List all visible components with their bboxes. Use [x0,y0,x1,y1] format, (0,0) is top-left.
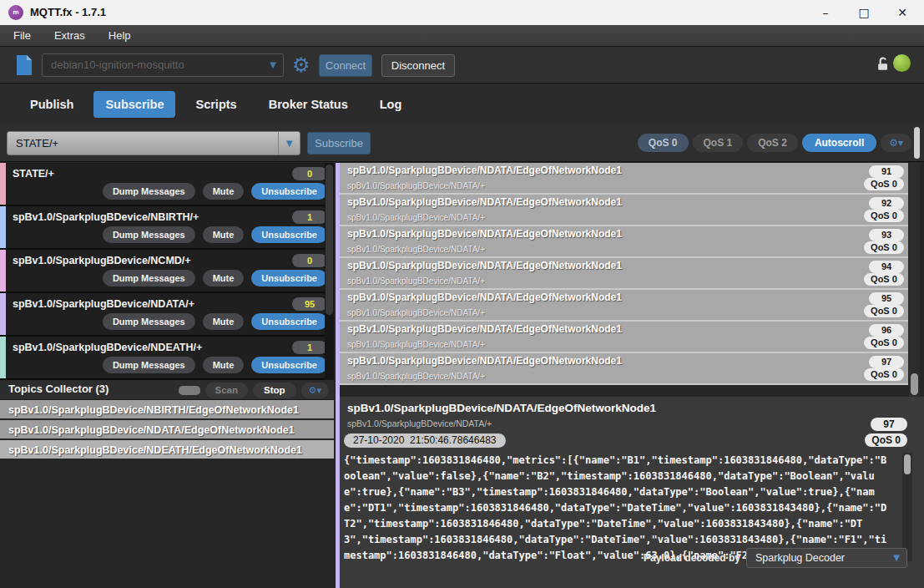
scan-button[interactable]: Scan [205,383,249,398]
message-row[interactable]: spBv1.0/SparkplugBDevice/NDATA/EdgeOfNet… [340,290,908,322]
message-count-badge: 1 [292,341,327,354]
message-count-badge: 95 [292,297,327,311]
message-topic: spBv1.0/SparkplugBDevice/NDATA/EdgeOfNet… [347,355,622,367]
subscription-row[interactable]: spBv1.0/SparkplugBDevice/NDEATH/+ 1 Dump… [0,337,334,380]
chevron-down-icon: ▼ [270,54,276,76]
subscription-color-stripe [0,250,6,291]
scrollbar-thumb[interactable] [326,165,333,315]
message-subscription: spBv1.0/SparkplugBDevice/NDATA/+ [347,372,485,381]
subscription-color-stripe [0,163,6,205]
message-topic: spBv1.0/SparkplugBDevice/NDATA/EdgeOfNet… [347,291,622,303]
tab-log[interactable]: Log [368,91,414,118]
subscribe-settings-gear-icon[interactable]: ⚙▾ [881,134,911,152]
mute-button[interactable]: Mute [203,357,245,373]
subscription-topic: spBv1.0/SparkplugBDevice/NCMD/+ [13,255,191,266]
message-row[interactable]: spBv1.0/SparkplugBDevice/NDATA/EdgeOfNet… [340,195,908,226]
topic-input[interactable]: STATE/+ ▼ [7,131,300,155]
tab-broker-status[interactable]: Broker Status [257,91,360,118]
message-qos-badge: QoS 0 [864,273,904,286]
connection-profile-select[interactable]: debian10-ignition-mosquitto ▼ [42,53,284,77]
subscription-color-stripe [0,337,6,378]
scrollbar-thumb[interactable] [904,454,911,474]
qos1-button[interactable]: QoS 1 [693,134,744,152]
message-detail-panel: spBv1.0/SparkplugBDevice/NDATA/EdgeOfNet… [336,397,924,588]
menu-file[interactable]: File [13,29,31,42]
message-topic: spBv1.0/SparkplugBDevice/NDATA/EdgeOfNet… [347,228,622,240]
subscription-row[interactable]: spBv1.0/SparkplugBDevice/NCMD/+ 0 Dump M… [0,250,334,293]
subscription-row[interactable]: STATE/+ 0 Dump Messages Mute Unsubscribe [0,163,334,206]
qos2-button[interactable]: QoS 2 [747,134,798,152]
message-count-badge: 0 [292,167,327,180]
dump-messages-button[interactable]: Dump Messages [103,270,195,286]
mute-button[interactable]: Mute [203,313,245,330]
collected-topic-row[interactable]: spBv1.0/SparkplugBDevice/NDATA/EdgeOfNet… [0,420,334,440]
connect-button[interactable]: Connect [319,54,372,77]
unsubscribe-button[interactable]: Unsubscribe [251,183,327,200]
autoscroll-button[interactable]: Autoscroll [802,134,876,152]
tab-subscribe[interactable]: Subscribe [93,91,175,118]
collected-topic-row[interactable]: spBv1.0/SparkplugBDevice/NDEATH/EdgeOfNe… [0,440,334,460]
message-row[interactable]: spBv1.0/SparkplugBDevice/NDATA/EdgeOfNet… [340,226,908,258]
connection-bar: debian10-ignition-mosquitto ▼ ⚙ Connect … [0,47,924,84]
subscription-row[interactable]: spBv1.0/SparkplugBDevice/NBIRTH/+ 1 Dump… [0,206,334,250]
mute-button[interactable]: Mute [203,270,245,286]
payload-scrollbar[interactable] [902,453,912,561]
title-bar: m MQTT.fx - 1.7.1 – □ ✕ [0,0,924,25]
qos0-button[interactable]: QoS 0 [638,134,689,152]
message-row[interactable]: spBv1.0/SparkplugBDevice/NDATA/EdgeOfNet… [340,163,908,195]
dump-messages-button[interactable]: Dump Messages [103,183,195,200]
tab-scripts[interactable]: Scripts [184,91,248,118]
unsubscribe-button[interactable]: Unsubscribe [251,313,327,330]
message-row[interactable]: spBv1.0/SparkplugBDevice/NDATA/EdgeOfNet… [340,322,908,353]
collected-topic-row[interactable]: spBv1.0/SparkplugBDevice/NBIRTH/EdgeOfNe… [0,400,334,420]
unsubscribe-button[interactable]: Unsubscribe [251,357,327,373]
chevron-down-icon: ▼ [893,549,900,567]
message-subscription: spBv1.0/SparkplugBDevice/NDATA/+ [347,276,485,286]
collector-settings-gear-icon[interactable]: ⚙▾ [301,383,329,398]
message-row[interactable]: spBv1.0/SparkplugBDevice/NDATA/EdgeOfNet… [340,258,908,290]
detail-seq-badge: 97 [871,418,907,431]
maximize-icon[interactable]: □ [856,6,872,19]
message-list-scrollbar[interactable] [909,163,920,397]
message-topic: spBv1.0/SparkplugBDevice/NDATA/EdgeOfNet… [347,165,622,176]
mute-button[interactable]: Mute [203,226,245,243]
topics-collector-title: Topics Collector (3) [8,383,109,395]
message-seq-badge: 94 [869,261,904,273]
message-seq-badge: 92 [869,197,904,210]
close-icon[interactable]: ✕ [894,6,911,19]
mute-button[interactable]: Mute [203,183,245,200]
unsubscribe-button[interactable]: Unsubscribe [251,226,327,243]
disconnect-button[interactable]: Disconnect [381,54,455,77]
subscribe-button[interactable]: Subscribe [307,132,371,155]
chevron-down-icon[interactable]: ▼ [278,132,300,155]
menu-extras[interactable]: Extras [54,29,85,42]
tab-publish[interactable]: Publish [18,91,85,118]
profile-document-icon[interactable] [15,54,33,79]
payload-decoder-select[interactable]: Sparkplug Decoder ▼ [746,548,907,568]
subscriptions-scrollbar[interactable] [325,163,334,380]
subscription-row[interactable]: spBv1.0/SparkplugBDevice/NDATA/+ 95 Dump… [0,293,334,337]
subscription-color-stripe [0,293,6,335]
message-row[interactable]: spBv1.0/SparkplugBDevice/NDATA/EdgeOfNet… [340,353,908,385]
dump-messages-button[interactable]: Dump Messages [103,357,195,373]
dump-messages-button[interactable]: Dump Messages [103,226,195,243]
message-qos-badge: QoS 0 [864,178,904,190]
subscription-topic: spBv1.0/SparkplugBDevice/NDEATH/+ [13,342,202,353]
subscription-color-stripe [0,206,6,248]
scrollbar-thumb[interactable] [914,127,920,159]
connection-settings-gear-icon[interactable]: ⚙ [292,53,311,77]
minimize-icon[interactable]: – [817,6,834,19]
detail-topic: spBv1.0/SparkplugBDevice/NDATA/EdgeOfNet… [347,402,656,414]
scan-progress-indicator [179,386,200,395]
menu-bar: File Extras Help [0,25,924,47]
message-qos-badge: QoS 0 [864,241,904,254]
unsubscribe-button[interactable]: Unsubscribe [251,270,327,286]
subscriptions-panel: STATE/+ 0 Dump Messages Mute Unsubscribe… [0,163,334,588]
message-seq-badge: 97 [869,356,904,368]
menu-help[interactable]: Help [109,29,131,42]
dump-messages-button[interactable]: Dump Messages [103,313,195,330]
topics-collector-header: Topics Collector (3) Scan Stop ⚙▾ [0,380,334,400]
scrollbar-thumb[interactable] [911,373,918,395]
stop-button[interactable]: Stop [253,383,296,398]
app-icon: m [8,5,23,20]
